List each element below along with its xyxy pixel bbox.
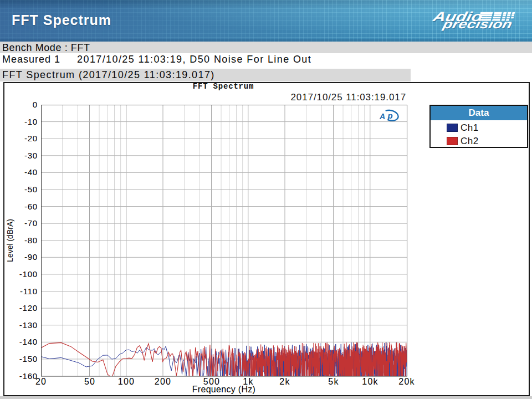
svg-text:p: p — [387, 111, 393, 120]
svg-text:A: A — [379, 112, 385, 121]
